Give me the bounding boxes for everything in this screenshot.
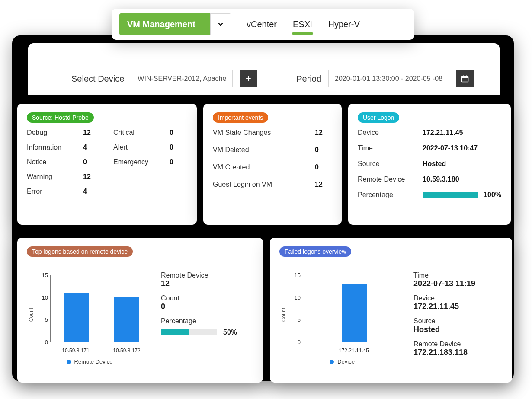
fl-device-value: 172.21.11.45 [413, 302, 503, 311]
legend-dot-icon [67, 360, 71, 364]
src-notice-label: Notice [27, 158, 79, 166]
select-device-value: WIN-SERVER-2012, Apache [138, 75, 226, 83]
select-device-input[interactable]: WIN-SERVER-2012, Apache [131, 70, 233, 87]
chart-xlabel: 172.21.11.45 [339, 348, 369, 354]
card-top-logons: Top logons based on remote device Count … [17, 238, 263, 383]
ul-remote-value: 10.59.3.180 [423, 176, 501, 183]
ul-remote-label: Remote Device [358, 176, 418, 183]
ul-device-label: Device [358, 129, 418, 137]
ytick: 0 [33, 339, 48, 345]
card-toplogons-title: Top logons based on remote device [27, 246, 133, 257]
svg-rect-0 [462, 76, 468, 82]
tl-count-label: Count [161, 294, 253, 302]
ul-time-value: 2022-07-13 10:47 [423, 144, 501, 152]
card-failed-title: Failed logons overview [279, 246, 351, 257]
fl-device-label: Device [413, 294, 503, 302]
card-source: Source: Hostd-Probe Debug 12 Critical 0 … [17, 104, 197, 225]
tl-remote-label: Remote Device [161, 271, 253, 279]
chevron-down-icon [217, 20, 224, 28]
ytick: 10 [286, 294, 301, 300]
src-alert-value: 0 [170, 144, 187, 151]
failed-chart: Count 0 5 10 15 172.21.11.45 Device [279, 263, 405, 367]
calendar-button[interactable] [456, 70, 474, 87]
tl-pct-label: Percentage [161, 317, 253, 325]
toplogons-legend-label: Remote Device [74, 358, 113, 365]
hypervisor-tabs: vCenter ESXi Hyper-V [239, 15, 368, 34]
src-critical-label: Critical [113, 129, 165, 137]
top-nav-bar: VM Management vCenter ESXi Hyper-V [112, 9, 414, 40]
toplogons-chart: Count 0 5 10 15 10.59.3.17110.59.3.172 R… [27, 263, 152, 367]
imp-guest-label: Guest Login on VM [213, 181, 311, 188]
ytick: 15 [33, 272, 48, 278]
src-notice-value: 0 [83, 158, 109, 166]
card-failed-logons: Failed logons overview Count 0 5 10 15 1… [270, 238, 512, 383]
tl-count-value: 0 [161, 302, 253, 311]
ul-source-label: Source [358, 160, 418, 168]
filter-bar: Select Device WIN-SERVER-2012, Apache + … [28, 43, 500, 95]
ytick: 5 [33, 316, 48, 323]
src-warning-label: Warning [27, 173, 79, 181]
ul-pct-row: 100% [423, 191, 501, 199]
ul-source-value: Hosted [423, 160, 501, 168]
card-user-logon: User Logon Device 172.21.11.45 Time 2022… [348, 104, 511, 225]
card-source-title: Source: Hostd-Probe [27, 112, 94, 123]
imp-guest-value: 12 [315, 181, 332, 188]
important-grid: VM State Changes 12 VM Deleted 0 VM Crea… [213, 129, 332, 188]
ytick: 15 [286, 272, 301, 278]
period-label: Period [296, 74, 321, 84]
chart-bar [64, 293, 89, 342]
src-error-value: 4 [83, 188, 109, 195]
imp-state-label: VM State Changes [213, 129, 311, 137]
fl-remote-label: Remote Device [413, 340, 503, 348]
ytick: 0 [286, 339, 301, 345]
legend-dot-icon [330, 360, 334, 364]
src-critical-value: 0 [170, 129, 187, 137]
ul-pct-value: 100% [484, 191, 501, 199]
src-emergency-value: 0 [170, 158, 187, 166]
toplogons-side: Remote Device 12 Count 0 Percentage 50% [161, 263, 253, 367]
src-debug-label: Debug [27, 129, 79, 137]
fl-time-value: 2022-07-13 11:19 [413, 279, 503, 288]
imp-deleted-label: VM Deleted [213, 146, 311, 154]
fl-remote-value: 172.21.183.118 [413, 348, 503, 357]
fl-source-label: Source [413, 317, 503, 325]
chart-bar [114, 297, 139, 342]
ul-device-value: 172.21.11.45 [423, 129, 501, 137]
card-userlogon-title: User Logon [358, 112, 399, 123]
failed-plot: 0 5 10 15 [303, 275, 405, 342]
toplogons-plot: 0 5 10 15 [50, 275, 152, 342]
chart-bar [342, 284, 367, 342]
tab-hyperv[interactable]: Hyper-V [320, 15, 368, 34]
tab-vcenter[interactable]: vCenter [239, 15, 285, 34]
ul-time-label: Time [358, 144, 418, 152]
failed-legend: Device [279, 358, 405, 365]
src-info-value: 4 [83, 144, 109, 151]
userlogon-grid: Device 172.21.11.45 Time 2022-07-13 10:4… [358, 129, 501, 199]
chart-xlabel: 10.59.3.171 [62, 348, 89, 354]
src-debug-value: 12 [83, 129, 109, 137]
add-device-button[interactable]: + [240, 70, 257, 87]
select-device-label: Select Device [71, 74, 124, 84]
src-error-label: Error [27, 188, 79, 195]
toplogons-legend: Remote Device [27, 358, 152, 365]
tl-progress-bar [161, 329, 217, 335]
src-warning-value: 12 [83, 173, 109, 181]
src-alert-label: Alert [113, 144, 165, 151]
fl-source-value: Hosted [413, 325, 503, 334]
plus-icon: + [246, 73, 251, 84]
calendar-icon [461, 74, 469, 83]
imp-created-label: VM Created [213, 163, 311, 171]
period-value: 2020-01-01 13:30:00 - 2020-05 -08 [335, 75, 442, 83]
chart-xlabel: 10.59.3.172 [113, 348, 140, 354]
failed-side: Time 2022-07-13 11:19 Device 172.21.11.4… [413, 263, 503, 367]
tl-remote-value: 12 [161, 279, 253, 288]
card-important-events: Important events VM State Changes 12 VM … [203, 104, 342, 225]
imp-state-value: 12 [315, 129, 332, 137]
tab-esxi[interactable]: ESXi [285, 15, 320, 34]
dropdown-caret-button[interactable] [210, 13, 231, 35]
src-emergency-label: Emergency [113, 158, 165, 166]
ul-progress-bar [423, 192, 478, 198]
vm-management-dropdown[interactable]: VM Management [119, 13, 231, 35]
period-input[interactable]: 2020-01-01 13:30:00 - 2020-05 -08 [328, 70, 449, 87]
ytick: 10 [33, 294, 48, 300]
